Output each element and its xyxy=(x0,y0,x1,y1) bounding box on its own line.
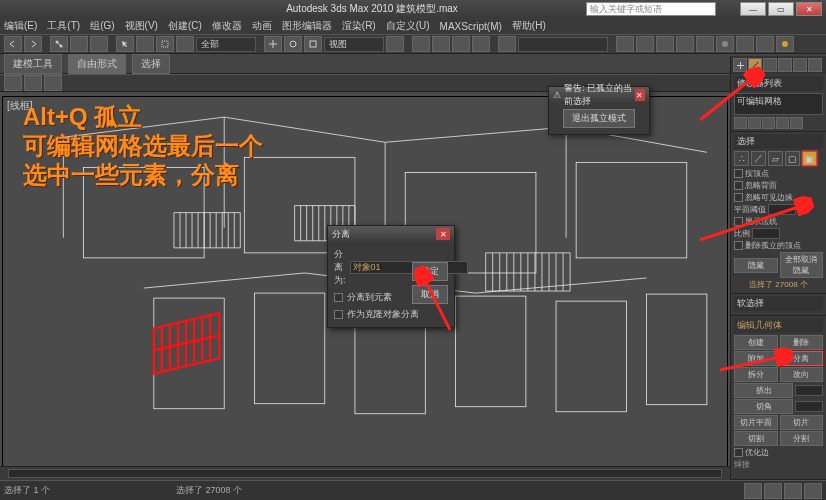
menu-tools[interactable]: 工具(T) xyxy=(47,19,80,33)
center-button[interactable] xyxy=(386,36,404,52)
redo-button[interactable] xyxy=(24,36,42,52)
detach-button[interactable]: 分离 xyxy=(780,351,824,366)
menu-help[interactable]: 帮助(H) xyxy=(512,19,546,33)
ref-coord-combo[interactable]: 视图 xyxy=(324,37,384,52)
detach-as-clone-checkbox[interactable] xyxy=(334,310,343,319)
menu-group[interactable]: 组(G) xyxy=(90,19,114,33)
attach-button[interactable]: 附加 xyxy=(734,351,778,366)
delete-button[interactable]: 删除 xyxy=(780,335,824,350)
create-button[interactable]: 创建 xyxy=(734,335,778,350)
menu-edit[interactable]: 编辑(E) xyxy=(4,19,37,33)
menu-graph[interactable]: 图形编辑器 xyxy=(282,19,332,33)
modifier-list-header[interactable]: 修改器列表 xyxy=(734,76,823,91)
utilities-tab[interactable] xyxy=(808,58,822,72)
configure-button[interactable] xyxy=(790,117,803,129)
link-button[interactable] xyxy=(50,36,68,52)
extrude-button[interactable]: 挤出 xyxy=(734,383,793,398)
modify-tab[interactable] xyxy=(748,58,762,72)
detach-cancel-button[interactable]: 取消 xyxy=(412,285,448,304)
element-subobj-button[interactable]: ▣ xyxy=(802,151,817,166)
normal-scale-spinner[interactable] xyxy=(752,228,780,239)
schematic-button[interactable] xyxy=(696,36,714,52)
show-result-button[interactable] xyxy=(748,117,761,129)
slice-plane-button[interactable]: 切片平面 xyxy=(734,415,778,430)
angle-snap-button[interactable] xyxy=(432,36,450,52)
break-button[interactable]: 拆分 xyxy=(734,367,778,382)
menu-animation[interactable]: 动画 xyxy=(252,19,272,33)
detach-ok-button[interactable]: 确定 xyxy=(412,262,448,281)
timeline[interactable] xyxy=(0,466,730,480)
curve-editor-button[interactable] xyxy=(676,36,694,52)
modifier-stack[interactable]: 可编辑网格 xyxy=(734,93,823,115)
named-selection-combo[interactable] xyxy=(518,37,608,52)
spinner-snap-button[interactable] xyxy=(472,36,490,52)
nav-pan-button[interactable] xyxy=(744,483,762,499)
show-normal-checkbox[interactable] xyxy=(734,217,743,226)
mirror-button[interactable] xyxy=(616,36,634,52)
nav-maximize-button[interactable] xyxy=(804,483,822,499)
detach-close-button[interactable]: ✕ xyxy=(436,228,450,240)
unhide-button[interactable]: 全部取消隐藏 xyxy=(780,252,824,278)
motion-tab[interactable] xyxy=(778,58,792,72)
menu-view[interactable]: 视图(V) xyxy=(125,19,158,33)
ribbon-tool-1[interactable] xyxy=(4,75,22,91)
percent-snap-button[interactable] xyxy=(452,36,470,52)
chamfer-button[interactable]: 切角 xyxy=(734,399,793,414)
turn-button[interactable]: 改向 xyxy=(780,367,824,382)
nav-orbit-button[interactable] xyxy=(784,483,802,499)
undo-button[interactable] xyxy=(4,36,22,52)
extrude-spinner[interactable] xyxy=(795,385,823,396)
ribbon-tool-3[interactable] xyxy=(44,75,62,91)
menu-customize[interactable]: 自定义(U) xyxy=(386,19,430,33)
align-button[interactable] xyxy=(636,36,654,52)
exit-isolate-button[interactable]: 退出孤立模式 xyxy=(563,109,635,128)
move-button[interactable] xyxy=(264,36,282,52)
by-vertex-checkbox[interactable] xyxy=(734,169,743,178)
ribbon-tool-2[interactable] xyxy=(24,75,42,91)
nav-zoom-button[interactable] xyxy=(764,483,782,499)
timeline-track[interactable] xyxy=(8,469,722,478)
vertex-subobj-button[interactable]: ∴ xyxy=(734,151,749,166)
render-frame-button[interactable] xyxy=(756,36,774,52)
ignore-backface-checkbox[interactable] xyxy=(734,181,743,190)
select-name-button[interactable] xyxy=(136,36,154,52)
ribbon-tab-freeform[interactable]: 自由形式 xyxy=(68,54,126,74)
cut-button[interactable]: 切割 xyxy=(734,431,778,446)
detach-dialog-title[interactable]: 分离 ✕ xyxy=(328,226,454,242)
named-sel-button[interactable] xyxy=(498,36,516,52)
layers-button[interactable] xyxy=(656,36,674,52)
render-button[interactable] xyxy=(776,36,794,52)
isolate-dialog-title[interactable]: ⚠ 警告: 已孤立的当前选择 ✕ xyxy=(549,87,649,103)
split-button[interactable]: 分割 xyxy=(780,431,824,446)
delete-isolated-checkbox[interactable] xyxy=(734,241,743,250)
menu-maxscript[interactable]: MAXScript(M) xyxy=(440,21,502,32)
isolate-close-button[interactable]: ✕ xyxy=(635,89,645,101)
make-unique-button[interactable] xyxy=(762,117,775,129)
close-button[interactable]: ✕ xyxy=(796,2,822,16)
pin-stack-button[interactable] xyxy=(734,117,747,129)
chamfer-spinner[interactable] xyxy=(795,401,823,412)
select-button[interactable] xyxy=(116,36,134,52)
hide-button[interactable]: 隐藏 xyxy=(734,258,778,273)
remove-mod-button[interactable] xyxy=(776,117,789,129)
unlink-button[interactable] xyxy=(70,36,88,52)
ribbon-tab-selection[interactable]: 选择 xyxy=(132,54,170,74)
face-subobj-button[interactable]: ▱ xyxy=(768,151,783,166)
menu-render[interactable]: 渲染(R) xyxy=(342,19,376,33)
bind-button[interactable] xyxy=(90,36,108,52)
snap-button[interactable] xyxy=(412,36,430,52)
detach-name-input[interactable] xyxy=(350,261,468,274)
hierarchy-tab[interactable] xyxy=(763,58,777,72)
poly-subobj-button[interactable]: ▢ xyxy=(785,151,800,166)
menu-create[interactable]: 创建(C) xyxy=(168,19,202,33)
display-tab[interactable] xyxy=(793,58,807,72)
slice-button[interactable]: 切片 xyxy=(780,415,824,430)
planar-threshold-spinner[interactable] xyxy=(768,204,796,215)
minimize-button[interactable]: — xyxy=(740,2,766,16)
edge-subobj-button[interactable]: ／ xyxy=(751,151,766,166)
material-editor-button[interactable] xyxy=(716,36,734,52)
selection-filter-combo[interactable]: 全部 xyxy=(196,37,256,52)
rotate-button[interactable] xyxy=(284,36,302,52)
window-crossing-button[interactable] xyxy=(176,36,194,52)
detach-to-element-checkbox[interactable] xyxy=(334,293,343,302)
